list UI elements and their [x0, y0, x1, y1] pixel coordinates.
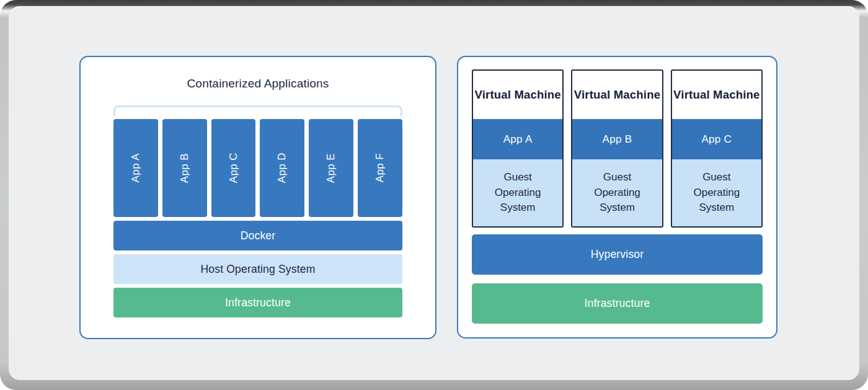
vm-3-guest-os: Guest Operating System — [672, 159, 761, 226]
vm-1-guest-os: Guest Operating System — [473, 159, 562, 226]
vm-3-app: App C — [672, 119, 761, 159]
vm-row: Virtual Machine App A Guest Operating Sy… — [472, 69, 763, 228]
host-os-layer-label: Host Operating System — [200, 263, 315, 276]
container-app-c-label: App C — [228, 153, 240, 183]
vm-3-title: Virtual Machine — [672, 71, 761, 119]
container-app-a: App A — [113, 119, 158, 217]
vm-1-app: App A — [473, 119, 562, 159]
container-app-e: App E — [309, 119, 353, 217]
container-app-f-label: App F — [374, 153, 386, 182]
vm-2-guest-os: Guest Operating System — [572, 159, 662, 226]
vm-1-title: Virtual Machine — [473, 71, 562, 119]
host-os-layer: Host Operating System — [113, 254, 402, 284]
container-app-d: App D — [260, 119, 304, 217]
containers-panel-title: Containerized Applications — [113, 77, 402, 92]
container-app-e-label: App E — [325, 153, 337, 183]
vms-panel: Virtual Machine App A Guest Operating Sy… — [457, 56, 777, 339]
vm-2-title: Virtual Machine — [572, 71, 662, 119]
container-app-b: App B — [162, 119, 207, 217]
window-frame: Containerized Applications App A App B A… — [0, 0, 868, 390]
docker-layer: Docker — [113, 221, 402, 250]
vm-2-app: App B — [572, 119, 662, 159]
container-app-c: App C — [211, 119, 256, 217]
vm-box-3: Virtual Machine App C Guest Operating Sy… — [671, 69, 763, 228]
container-apps-row: App A App B App C App D App E App F — [113, 119, 402, 217]
infrastructure-layer-right: Infrastructure — [472, 283, 763, 324]
containers-panel: Containerized Applications App A App B A… — [79, 56, 436, 339]
infrastructure-layer-left: Infrastructure — [113, 288, 402, 317]
diagram-canvas: Containerized Applications App A App B A… — [9, 6, 859, 380]
container-app-f: App F — [358, 119, 402, 217]
container-app-d-label: App D — [276, 153, 288, 183]
container-app-a-label: App A — [130, 153, 142, 182]
vm-box-1: Virtual Machine App A Guest Operating Sy… — [472, 69, 564, 228]
hypervisor-layer: Hypervisor — [472, 234, 763, 275]
infrastructure-layer-left-label: Infrastructure — [225, 296, 291, 309]
container-app-b-label: App B — [179, 153, 191, 183]
hypervisor-layer-label: Hypervisor — [591, 248, 644, 261]
infrastructure-layer-right-label: Infrastructure — [585, 297, 650, 310]
docker-layer-label: Docker — [241, 229, 276, 242]
vm-box-2: Virtual Machine App B Guest Operating Sy… — [571, 69, 663, 228]
apps-group-bracket — [113, 105, 402, 116]
